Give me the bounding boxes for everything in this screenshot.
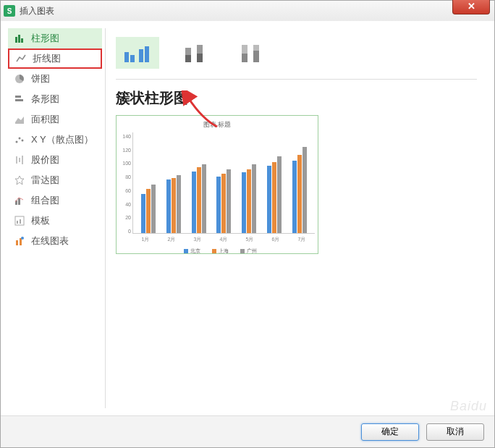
svg-point-20: [21, 237, 24, 240]
bar: [166, 179, 171, 233]
bar: [202, 164, 206, 233]
bar-group: [292, 147, 307, 233]
svg-point-6: [16, 141, 18, 143]
bar: [151, 185, 156, 233]
legend-item: 上海: [206, 248, 229, 255]
svg-rect-30: [242, 54, 248, 62]
y-axis: 140120100806040200: [119, 132, 132, 234]
svg-rect-18: [16, 240, 18, 245]
dialog-title: 插入图表: [20, 5, 54, 17]
bar-group: [242, 164, 256, 233]
titlebar: S 插入图表 ✕: [1, 1, 494, 21]
content-area: 柱形图折线图饼图条形图面积图X Y（散点图）股价图雷达图组合图模板在线图表: [1, 21, 494, 415]
close-button[interactable]: ✕: [452, 0, 490, 14]
ok-button[interactable]: 确定: [361, 423, 419, 441]
legend-item: 北京: [178, 248, 200, 255]
bar: [192, 172, 196, 233]
bar: [267, 166, 271, 233]
sidebar-item-label: 折线图: [33, 52, 61, 65]
bar: [252, 164, 256, 233]
sidebar-item-label: 模板: [31, 214, 50, 227]
svg-rect-21: [124, 52, 129, 62]
footer: 确定 取消: [1, 415, 494, 447]
sidebar-item-2[interactable]: 饼图: [8, 69, 102, 89]
chart-type-icon: [14, 174, 25, 186]
bar-group: [267, 156, 282, 233]
percent-bar-icon: [234, 42, 266, 64]
subtype-percent-bar[interactable]: [229, 37, 272, 69]
sidebar-item-label: 面积图: [31, 113, 59, 126]
sidebar-item-label: X Y（散点图）: [31, 133, 93, 146]
sidebar-item-8[interactable]: 组合图: [8, 190, 102, 211]
bar: [216, 177, 221, 233]
bar: [302, 147, 307, 233]
svg-marker-12: [15, 176, 24, 185]
svg-rect-0: [15, 37, 17, 43]
svg-point-7: [19, 138, 21, 140]
watermark: Baidu: [450, 399, 487, 414]
bar: [297, 155, 302, 233]
svg-rect-17: [20, 219, 21, 224]
sidebar-item-6[interactable]: 股价图: [8, 150, 102, 170]
close-icon: ✕: [468, 1, 475, 12]
chart-area: 140120100806040200: [119, 132, 315, 234]
sidebar-item-label: 股价图: [31, 153, 59, 166]
chart-type-icon: [14, 93, 25, 105]
svg-rect-32: [253, 51, 259, 62]
subtype-stacked-bar[interactable]: [172, 37, 216, 69]
svg-rect-22: [130, 55, 135, 62]
app-icon: S: [4, 5, 15, 17]
svg-rect-2: [21, 38, 23, 43]
bar-group: [166, 175, 181, 233]
chart-type-icon: [14, 33, 25, 44]
bar: [292, 161, 297, 233]
svg-rect-16: [17, 221, 18, 224]
sidebar-item-label: 饼图: [31, 72, 50, 85]
sidebar-item-10[interactable]: 在线图表: [8, 231, 102, 251]
chart-type-icon: [15, 53, 27, 64]
main-panel: 簇状柱形图 图表 标题 140120100806040200 1月2月3月4月5…: [106, 28, 487, 408]
bar-group: [141, 185, 156, 233]
sidebar-item-9[interactable]: 模板: [8, 211, 102, 231]
bar: [242, 172, 246, 233]
sidebar-item-label: 雷达图: [31, 174, 59, 187]
bar-group: [216, 169, 231, 233]
clustered-bar-icon: [122, 42, 153, 64]
sidebar-item-7[interactable]: 雷达图: [8, 170, 102, 190]
chart-subtitle: 簇状柱形图: [116, 88, 477, 108]
bar-group: [192, 164, 206, 233]
bar: [247, 169, 251, 233]
sidebar-item-5[interactable]: X Y（散点图）: [8, 130, 102, 150]
svg-point-8: [22, 140, 24, 142]
sidebar-item-3[interactable]: 条形图: [8, 89, 102, 109]
svg-rect-24: [145, 46, 149, 62]
legend-item: 广州: [234, 248, 257, 255]
svg-rect-28: [197, 54, 203, 62]
svg-rect-1: [18, 35, 20, 43]
sidebar-item-label: 条形图: [31, 93, 59, 106]
svg-rect-19: [20, 238, 22, 245]
bar: [221, 174, 226, 233]
svg-rect-26: [185, 55, 191, 62]
bar: [272, 162, 276, 233]
x-axis: 1月2月3月4月5月6月7月: [119, 234, 315, 243]
sidebar-item-0[interactable]: 柱形图: [8, 28, 102, 48]
cancel-button[interactable]: 取消: [426, 423, 484, 441]
chart-type-sidebar: 柱形图折线图饼图条形图面积图X Y（散点图）股价图雷达图组合图模板在线图表: [8, 28, 106, 408]
bar: [277, 156, 282, 233]
svg-rect-4: [15, 96, 21, 98]
sidebar-item-4[interactable]: 面积图: [8, 109, 102, 130]
sidebar-item-label: 柱形图: [31, 32, 59, 45]
bar: [227, 169, 231, 233]
svg-rect-14: [18, 198, 20, 205]
subtype-clustered-bar[interactable]: [116, 37, 159, 69]
plot-area: [132, 132, 315, 234]
chart-preview[interactable]: 图表 标题 140120100806040200 1月2月3月4月5月6月7月 …: [116, 115, 318, 254]
bar: [197, 167, 201, 233]
sidebar-item-1[interactable]: 折线图: [8, 48, 102, 69]
svg-rect-23: [139, 49, 143, 62]
legend: 北京上海广州: [119, 243, 315, 255]
svg-rect-5: [15, 99, 23, 101]
bar: [172, 178, 176, 233]
stacked-bar-icon: [178, 42, 210, 64]
